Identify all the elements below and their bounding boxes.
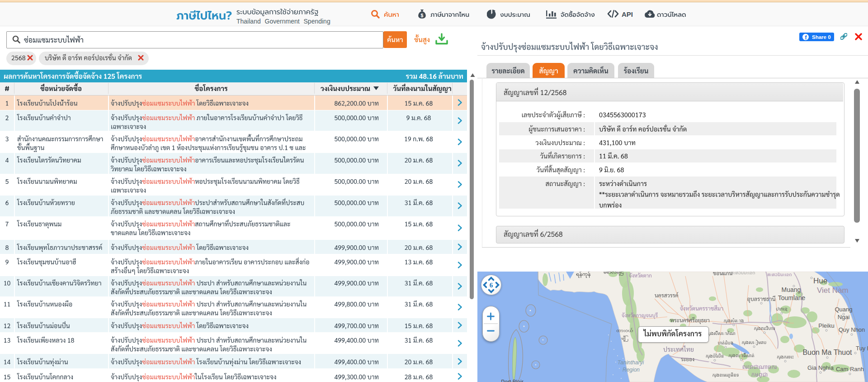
- svg-text:Tuy H: Tuy H: [856, 345, 868, 352]
- svg-text:$: $: [421, 13, 424, 18]
- svg-text:Share 0: Share 0: [812, 34, 831, 39]
- svg-text:Muang: Muang: [782, 286, 801, 293]
- svg-text:Gia Nghia: Gia Nghia: [807, 364, 834, 371]
- svg-text:Region: Region: [623, 367, 640, 373]
- svg-text:Toumlane: Toumlane: [778, 294, 806, 301]
- svg-text:Quang: Quang: [835, 306, 852, 313]
- svg-text:Tanintharyi: Tanintharyi: [618, 359, 644, 366]
- svg-text:Quy Nhon: Quy Nhon: [839, 326, 865, 333]
- svg-text:Cam Ranh: Cam Ranh: [836, 366, 864, 372]
- svg-text:6: 6: [490, 282, 493, 289]
- svg-text:Hue: Hue: [813, 277, 827, 285]
- svg-text:f: f: [805, 33, 807, 40]
- svg-text:Viet Nam: Viet Nam: [817, 286, 849, 295]
- svg-text:Ngai: Ngai: [838, 314, 850, 320]
- svg-text:Port Blair: Port Blair: [501, 379, 523, 382]
- svg-text:Pleiku: Pleiku: [818, 322, 834, 329]
- svg-text:Buon Ma Thuot: Buon Ma Thuot: [802, 349, 852, 356]
